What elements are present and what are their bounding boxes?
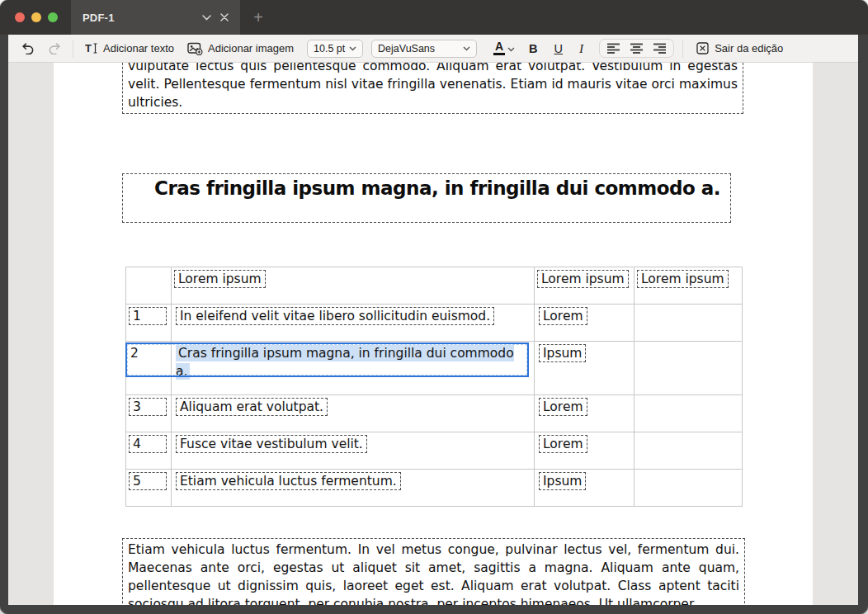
add-text-button[interactable]: T Adicionar texto — [78, 39, 181, 58]
top-paragraph-text: vulputate lectus quis pellentesque commo… — [128, 63, 738, 111]
pdf-page: vulputate lectus quis pellentesque commo… — [54, 63, 813, 605]
row-text-cell: Fusce vitae vestibulum velit. — [172, 432, 535, 470]
undo-icon — [21, 42, 35, 54]
row-number-cell: 1 — [126, 305, 172, 342]
close-window-button[interactable] — [15, 12, 25, 22]
edit-toolbar: T Adicionar texto Adicionar imagem 10.5 … — [8, 35, 858, 63]
exit-edit-button[interactable]: Sair da edição — [691, 39, 788, 58]
row-category-cell: Ipsum — [535, 342, 634, 395]
tab-chevron-down-icon[interactable] — [199, 10, 214, 25]
font-size-select[interactable]: 10.5 pt — [307, 40, 363, 58]
row-textbox[interactable]: Aliquam erat volutpat. — [176, 398, 328, 416]
font-family-select[interactable]: DejaVuSans — [371, 40, 477, 58]
category-textbox[interactable]: Lorem — [539, 435, 587, 453]
svg-text:T: T — [85, 42, 92, 54]
heading-textbox[interactable]: Cras fringilla ipsum magna, in fringilla… — [122, 173, 731, 223]
row-textbox[interactable]: Cras fringilla ipsum magna, in fringilla… — [176, 345, 514, 380]
alignment-group — [599, 39, 674, 58]
table-header-cell — [126, 267, 172, 305]
font-color-button[interactable]: A — [490, 40, 518, 57]
row-text-cell: Cras fringilla ipsum magna, in fringilla… — [172, 342, 535, 395]
row-number[interactable]: 1 — [129, 307, 167, 325]
undo-button[interactable] — [15, 39, 41, 58]
document-viewer[interactable]: vulputate lectus quis pellentesque commo… — [8, 63, 858, 605]
table-header-cell: Lorem ipsum — [634, 267, 743, 305]
add-text-label: Adicionar texto — [103, 42, 174, 54]
minimize-window-button[interactable] — [31, 12, 41, 22]
bottom-paragraph-text: Etiam vehicula luctus fermentum. In vel … — [128, 541, 739, 605]
table-row: 4Fusce vitae vestibulum velit.Lorem — [126, 432, 743, 470]
redo-button[interactable] — [41, 39, 68, 58]
row-textbox[interactable]: Fusce vitae vestibulum velit. — [176, 435, 367, 453]
row-category-cell: Lorem — [535, 395, 634, 432]
top-paragraph-textbox[interactable]: vulputate lectus quis pellentesque commo… — [122, 63, 743, 114]
fullscreen-window-button[interactable] — [48, 12, 58, 22]
row-textbox[interactable]: Etiam vehicula luctus fermentum. — [176, 472, 401, 490]
add-image-label: Adicionar imagem — [208, 42, 294, 54]
row-number[interactable]: 3 — [129, 398, 167, 416]
titlebar: PDF-1 + — [0, 0, 868, 35]
underline-button[interactable]: U — [549, 40, 568, 57]
exit-edit-label: Sair da edição — [715, 42, 783, 54]
chevron-down-icon — [463, 46, 470, 51]
row-empty-cell — [634, 305, 743, 342]
table-header-cell: Lorem ipsum — [535, 267, 634, 305]
tab-pdf-1[interactable]: PDF-1 — [71, 0, 240, 35]
table-row: 3Aliquam erat volutpat.Lorem — [126, 395, 743, 432]
align-center-button[interactable] — [630, 43, 644, 54]
category-textbox[interactable]: Ipsum — [539, 472, 586, 490]
app-window: PDF-1 + — [0, 0, 868, 614]
row-number[interactable]: 2 — [129, 344, 142, 361]
align-center-icon — [630, 43, 644, 54]
table-row: 1In eleifend velit vitae libero sollicit… — [126, 305, 743, 342]
table-header-cell: Lorem ipsum — [172, 267, 535, 305]
bold-button[interactable]: B — [523, 40, 543, 57]
font-size-value: 10.5 pt — [314, 43, 345, 54]
header-textbox[interactable]: Lorem ipsum — [637, 270, 729, 288]
toolbar-separator — [682, 40, 683, 58]
header-textbox[interactable]: Lorem ipsum — [174, 270, 266, 288]
row-number[interactable]: 4 — [129, 435, 167, 453]
chevron-down-icon — [349, 46, 356, 51]
table-row: 5Etiam vehicula luctus fermentum.Ipsum — [126, 470, 743, 507]
window-controls — [0, 0, 71, 35]
italic-button[interactable]: I — [573, 40, 589, 58]
header-textbox[interactable]: Lorem ipsum — [537, 270, 629, 288]
category-textbox[interactable]: Ipsum — [539, 344, 586, 362]
row-empty-cell — [634, 432, 743, 470]
row-category-cell: Ipsum — [535, 470, 634, 507]
category-textbox[interactable]: Lorem — [539, 307, 587, 325]
row-text-cell: Aliquam erat volutpat. — [172, 395, 535, 432]
row-number-cell: 4 — [126, 432, 172, 470]
window-content-frame: T Adicionar texto Adicionar imagem 10.5 … — [8, 35, 858, 605]
row-text-cell: In eleifend velit vitae libero sollicitu… — [172, 305, 535, 342]
align-left-icon — [606, 43, 620, 54]
row-category-cell: Lorem — [535, 432, 634, 470]
row-number-cell: 5 — [126, 470, 172, 507]
row-empty-cell — [634, 342, 743, 395]
row-category-cell: Lorem — [535, 305, 634, 342]
row-number[interactable]: 5 — [129, 472, 167, 490]
tab-title: PDF-1 — [83, 12, 115, 24]
row-text-cell: Etiam vehicula luctus fermentum. — [172, 470, 535, 507]
align-right-icon — [653, 43, 667, 54]
add-text-icon: T — [85, 42, 98, 54]
bottom-paragraph-textbox[interactable]: Etiam vehicula luctus fermentum. In vel … — [122, 538, 745, 605]
exit-edit-icon — [696, 42, 709, 54]
add-image-icon — [187, 42, 203, 55]
row-number-cell: 2 — [126, 342, 172, 395]
chevron-down-icon — [507, 47, 515, 52]
content-table: Lorem ipsumLorem ipsumLorem ipsum 1In el… — [125, 267, 743, 507]
align-left-button[interactable] — [606, 43, 620, 54]
row-empty-cell — [634, 470, 743, 507]
new-tab-button[interactable]: + — [240, 0, 276, 35]
row-textbox[interactable]: In eleifend velit vitae libero sollicitu… — [176, 307, 494, 325]
align-right-button[interactable] — [653, 43, 667, 54]
category-textbox[interactable]: Lorem — [539, 398, 587, 416]
table-row: 2Cras fringilla ipsum magna, in fringill… — [126, 342, 743, 395]
font-color-icon: A — [493, 41, 505, 55]
toolbar-separator — [73, 40, 73, 58]
font-family-value: DejaVuSans — [378, 43, 435, 54]
tab-close-icon[interactable] — [217, 10, 232, 25]
add-image-button[interactable]: Adicionar imagem — [181, 39, 300, 59]
